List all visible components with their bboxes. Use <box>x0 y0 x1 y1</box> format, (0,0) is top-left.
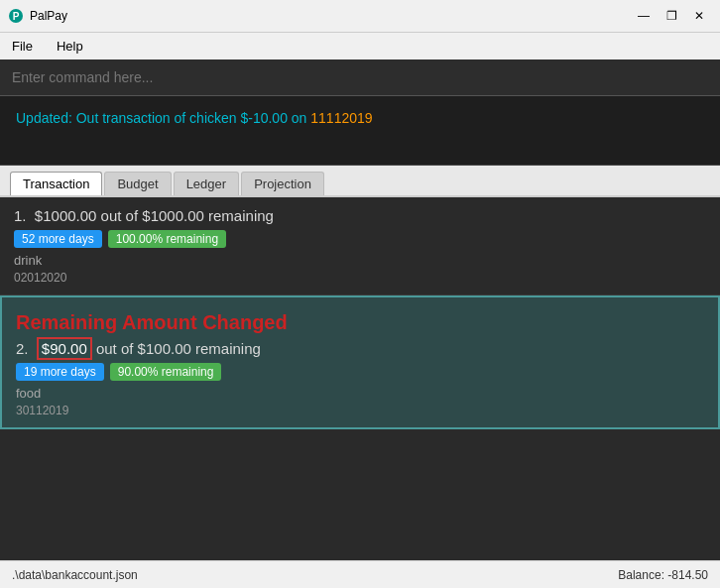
svg-text:P: P <box>13 11 20 22</box>
budget-item-1-header: 1. $1000.00 out of $1000.00 remaining <box>14 207 706 224</box>
tab-projection[interactable]: Projection <box>241 172 324 195</box>
budget-item-1-days-badge: 52 more days <box>14 230 102 248</box>
budget-item-1-badges: 52 more days 100.00% remaining <box>14 230 706 248</box>
status-highlight: 11112019 <box>310 110 372 126</box>
title-bar: P PalPay — ❐ ✕ <box>0 0 720 32</box>
budget-item-2-index: 2. <box>16 340 37 357</box>
menu-bar: File Help <box>0 32 720 59</box>
budget-item-1-remaining-badge: 100.00% remaining <box>108 230 226 248</box>
budget-item-2-amount: $90.00 <box>37 337 92 360</box>
tab-transaction[interactable]: Transaction <box>10 172 102 195</box>
command-area <box>0 59 720 96</box>
minimize-button[interactable]: — <box>631 6 657 26</box>
remaining-amount-changed-label: Remaining Amount Changed <box>16 311 704 334</box>
menu-help[interactable]: Help <box>53 37 87 56</box>
close-button[interactable]: ✕ <box>686 6 712 26</box>
balance: Balance: -814.50 <box>618 568 708 582</box>
window-controls: — ❐ ✕ <box>631 6 712 26</box>
content-area: 1. $1000.00 out of $1000.00 remaining 52… <box>0 197 720 560</box>
file-path: .\data\bankaccount.json <box>12 568 138 582</box>
budget-item-2-date: 30112019 <box>16 404 704 417</box>
budget-item-2-days-badge: 19 more days <box>16 363 104 381</box>
budget-item-1-index: 1. <box>14 207 35 224</box>
budget-item-2-badges: 19 more days 90.00% remaining <box>16 363 704 381</box>
app-title: PalPay <box>30 9 625 23</box>
budget-item-1-amount: $1000.00 <box>35 207 97 224</box>
maximize-button[interactable]: ❐ <box>659 6 684 26</box>
status-area: Updated: Out transaction of chicken $-10… <box>0 96 720 166</box>
tab-budget[interactable]: Budget <box>104 172 171 195</box>
budget-item-1-date: 02012020 <box>14 271 706 285</box>
app-icon: P <box>8 8 24 24</box>
budget-item-2-outof: out of $100.00 remaining <box>92 340 261 357</box>
budget-item-1-outof: out of $1000.00 remaining <box>96 207 273 224</box>
status-text: Updated: Out transaction of chicken $-10… <box>16 110 310 126</box>
budget-item-1-category: drink <box>14 253 706 268</box>
budget-item-2-category: food <box>16 386 704 401</box>
status-message: Updated: Out transaction of chicken $-10… <box>16 110 373 126</box>
tabs-container: Transaction Budget Ledger Projection <box>0 166 720 197</box>
footer: .\data\bankaccount.json Balance: -814.50 <box>0 560 720 588</box>
budget-item-2: Remaining Amount Changed 2. $90.00 out o… <box>0 295 720 429</box>
budget-item-1: 1. $1000.00 out of $1000.00 remaining 52… <box>0 197 720 295</box>
budget-item-2-header: 2. $90.00 out of $100.00 remaining <box>16 340 704 357</box>
command-input[interactable] <box>12 69 708 85</box>
budget-item-2-remaining-badge: 90.00% remaining <box>110 363 222 381</box>
tab-ledger[interactable]: Ledger <box>174 172 239 195</box>
menu-file[interactable]: File <box>8 37 37 56</box>
